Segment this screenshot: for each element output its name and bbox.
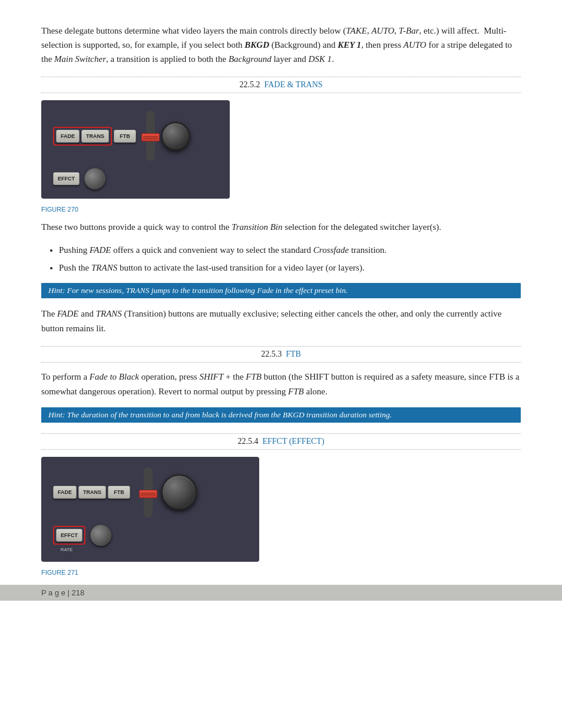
- hint-box-1: Hint: For new sessions, TRANS jumps to t…: [41, 283, 521, 298]
- ftb-button-fig270[interactable]: FTB: [114, 130, 136, 143]
- effct-outline-fig271: EFFCT: [53, 526, 85, 545]
- section-225-2-header: 22.5.2 FADE & TRANS: [41, 77, 521, 93]
- bullet-2: Push the TRANS button to activate the la…: [59, 261, 521, 275]
- bullet-list: Pushing FADE offers a quick and convenie…: [59, 243, 521, 275]
- figure-271-image: FADE TRANS FTB EFFCT RATE: [41, 457, 259, 562]
- para3: To perform a Fade to Black operation, pr…: [41, 370, 521, 399]
- figure-270-label: FIGURE 270: [41, 206, 521, 213]
- tbar-area-fig271: [144, 467, 153, 518]
- para2: The FADE and TRANS (Transition) buttons …: [41, 307, 521, 336]
- section-225-3-title: FTB: [286, 350, 301, 358]
- section-225-3-number: 22.5.3: [261, 350, 282, 358]
- section-225-2-title: FADE & TRANS: [264, 80, 322, 89]
- figure-270-block: FADE TRANS FTB EFFCT FIGURE 270: [41, 100, 521, 213]
- effct-button-fig271[interactable]: EFFCT: [56, 529, 82, 542]
- rate-label-fig271: RATE: [55, 547, 78, 552]
- section-225-4-number: 22.5.4: [237, 437, 258, 446]
- large-knob-fig270: [161, 122, 190, 150]
- large-knob-fig271: [161, 475, 197, 510]
- figure-270-image: FADE TRANS FTB EFFCT: [41, 100, 230, 199]
- ftb-button-fig271[interactable]: FTB: [108, 486, 130, 499]
- section-225-4-header: 22.5.4 EFFCT (EFFECT): [41, 433, 521, 450]
- fade-button-fig271[interactable]: FADE: [53, 486, 77, 499]
- para1: These two buttons provide a quick way to…: [41, 220, 521, 235]
- section-225-2-number: 22.5.2: [239, 80, 260, 89]
- tbar-grip: [141, 133, 160, 141]
- tbar-body-fig271: [144, 467, 153, 518]
- section-225-4-title: EFFCT (EFFECT): [262, 437, 324, 446]
- page-footer: P a g e | 218: [0, 585, 562, 601]
- bullet-1: Pushing FADE offers a quick and convenie…: [59, 243, 521, 257]
- page-number: P a g e | 218: [41, 588, 84, 597]
- page-container: These delegate buttons determine what vi…: [0, 0, 562, 601]
- effct-row-fig270: EFFCT: [53, 168, 218, 189]
- intro-paragraph: These delegate buttons determine what vi…: [41, 24, 521, 66]
- effct-row-fig271: EFFCT: [53, 525, 247, 546]
- trans-button[interactable]: TRANS: [81, 130, 109, 143]
- effct-button-fig270[interactable]: EFFCT: [53, 172, 80, 185]
- small-knob-fig270: [84, 168, 105, 189]
- trans-button-fig271[interactable]: TRANS: [78, 486, 106, 499]
- small-knob-fig271: [90, 525, 111, 546]
- fade-button[interactable]: FADE: [56, 130, 80, 143]
- tbar-grip-fig271: [139, 490, 157, 498]
- figure-271-label: FIGURE 271: [41, 569, 521, 576]
- fade-trans-outline: FADE TRANS: [53, 127, 112, 146]
- button-row-top: FADE TRANS FTB: [53, 111, 218, 161]
- tbar-area: [146, 111, 155, 161]
- section-225-3-header: 22.5.3 FTB: [41, 346, 521, 363]
- button-row-fig271: FADE TRANS FTB: [53, 467, 247, 518]
- hint-box-2: Hint: The duration of the transition to …: [41, 407, 521, 423]
- tbar-body: [146, 111, 155, 161]
- figure-271-block: FADE TRANS FTB EFFCT RATE: [41, 457, 521, 576]
